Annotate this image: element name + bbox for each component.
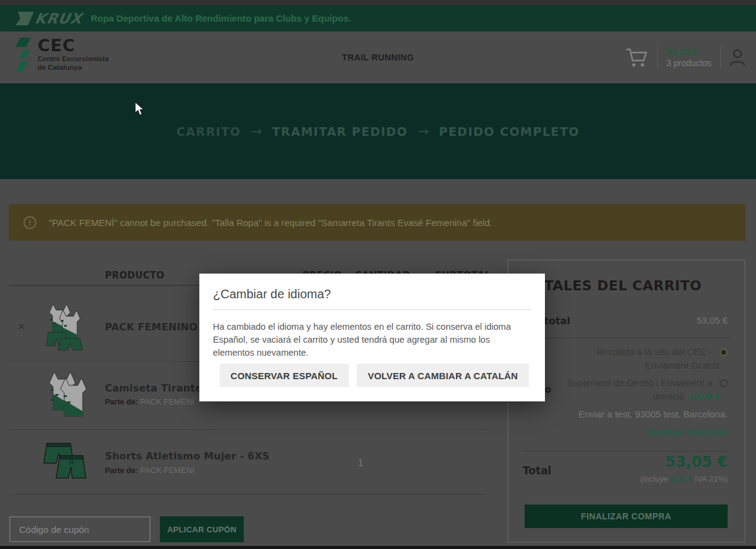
checkout-button[interactable]: FINALIZAR COMPRA <box>525 505 728 528</box>
product-title[interactable]: Shorts Atletismo Mujer - 6XS <box>105 450 270 462</box>
quantity-value[interactable]: 1 <box>358 458 363 469</box>
product-part-of: Parte de: PACK FEMENÍ <box>105 398 194 406</box>
part-of-value: PACK FEMENÍ <box>140 398 194 406</box>
keep-spanish-button[interactable]: CONSERVAR ESPAÑOL <box>220 364 349 387</box>
change-address-link[interactable]: Cambiar dirección <box>647 427 728 437</box>
krux-logo[interactable]: KRUX <box>15 10 84 27</box>
mouse-cursor-icon <box>135 101 145 117</box>
radio-unselected-icon[interactable] <box>720 379 728 387</box>
apply-coupon-button[interactable]: APLICAR CUPÓN <box>160 516 244 542</box>
browser-top-strip <box>0 0 756 5</box>
error-notice-text: "PACK FEMENÍ" cannot be purchased. "Tall… <box>49 217 492 228</box>
change-language-modal: ¿Cambiar de idioma? Ha cambiado el idiom… <box>199 274 545 401</box>
exclamation-circle-icon: ! <box>23 216 36 229</box>
tax-prefix: (incluye <box>641 474 670 484</box>
shipping-option-pickup[interactable]: Recollida a la seu del CEC - <box>596 346 728 357</box>
delivery-price: 10,00 € <box>689 391 720 401</box>
modal-title: ¿Cambiar de idioma? <box>213 287 331 301</box>
product-image[interactable] <box>43 440 89 483</box>
divider <box>213 309 531 310</box>
revert-catalan-button[interactable]: VOLVER A CAMBIAR A CATALÁN <box>357 364 529 387</box>
account-icon[interactable] <box>729 48 746 67</box>
nav-item-trail-running[interactable]: TRAIL RUNNING <box>342 52 414 62</box>
cart-icon[interactable] <box>625 47 649 68</box>
delivery-prefix: domicili: <box>653 391 689 401</box>
total-value: 53,05 € <box>665 453 728 471</box>
part-of-label: Parte de: <box>105 466 138 475</box>
shipping-option-pickup-line2: Enviament Gratuït <box>645 360 720 371</box>
hero-banner: CARRITO → TRAMITAR PEDIDO → PEDIDO COMPL… <box>0 83 756 179</box>
header-cart-group: 53,05 € 3 productos <box>625 31 746 83</box>
promo-bar: KRUX Ropa Deportiva de Alto Rendimiento … <box>0 5 756 31</box>
arrow-right-icon: → <box>418 124 429 139</box>
column-header-producto: PRODUCTO <box>105 270 164 281</box>
shipping-option-delivery-line2: domicili: 10,00 € <box>653 391 720 401</box>
tax-suffix: IVA 21%) <box>692 474 728 484</box>
krux-logo-text: KRUX <box>34 10 84 27</box>
viewport-bottom-edge <box>0 546 756 549</box>
divider <box>9 494 487 495</box>
breadcrumb-pedido-completo[interactable]: PEDIDO COMPLETO <box>439 125 579 138</box>
part-of-label: Parte de: <box>105 398 138 406</box>
divider <box>523 338 729 338</box>
product-part-of: Parte de: PACK FEMENÍ <box>105 466 194 475</box>
divider <box>523 451 729 451</box>
coupon-input[interactable] <box>9 516 151 542</box>
modal-actions: CONSERVAR ESPAÑOL VOLVER A CAMBIAR A CAT… <box>220 364 529 387</box>
total-label: Total <box>523 464 551 477</box>
shipping-option-pickup-text: Recollida a la seu del CEC - <box>596 346 712 357</box>
divider <box>657 46 658 69</box>
error-notice: ! "PACK FEMENÍ" cannot be purchased. "Ta… <box>9 204 746 241</box>
remove-item-button[interactable]: × <box>18 320 25 333</box>
subtotal-value: 53,05 € <box>697 315 728 325</box>
radio-selected-icon[interactable] <box>720 348 728 356</box>
modal-body-text: Ha cambiado el idioma y hay elementos en… <box>213 321 533 359</box>
promo-tagline: Ropa Deportiva de Alto Rendimiento para … <box>91 13 351 23</box>
tax-value: 9,21 € <box>670 474 692 484</box>
shipping-address: Enviar a test, 93005 test, Barcelona. <box>578 409 728 419</box>
cart-summary[interactable]: 53,05 € 3 productos <box>667 46 712 69</box>
tax-note: (incluye 9,21 € IVA 21%) <box>641 474 728 484</box>
cart-amount: 53,05 € <box>667 46 712 57</box>
divider <box>720 46 721 69</box>
part-of-value: PACK FEMENÍ <box>140 466 194 475</box>
arrow-right-icon: → <box>251 124 262 139</box>
krux-logo-icon <box>15 12 34 25</box>
cart-count: 3 productos <box>667 57 712 69</box>
breadcrumb: CARRITO → TRAMITAR PEDIDO → PEDIDO COMPL… <box>177 124 579 139</box>
page: KRUX Ropa Deportiva de Alto Rendimiento … <box>0 0 756 549</box>
product-image[interactable] <box>44 303 88 351</box>
shipping-option-delivery-text: Suplement de Gestió i Enviament a <box>567 377 712 388</box>
cart-totals-title: TOTALES DEL CARRITO <box>523 278 702 293</box>
shipping-option-delivery[interactable]: Suplement de Gestió i Enviament a <box>567 377 728 388</box>
product-title[interactable]: PACK FEMENINO <box>105 321 197 333</box>
breadcrumb-tramitar-pedido[interactable]: TRAMITAR PEDIDO <box>272 125 408 138</box>
divider <box>9 429 487 430</box>
site-header: CEC Centre Excursionista de Catalunya TR… <box>0 31 756 83</box>
breadcrumb-carrito[interactable]: CARRITO <box>177 125 241 138</box>
product-image[interactable] <box>46 371 88 417</box>
